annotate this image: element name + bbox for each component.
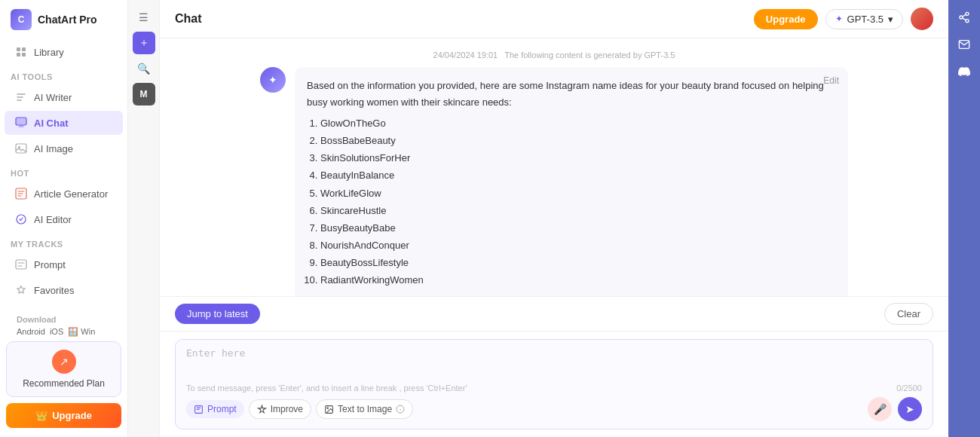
win-link: 🪟 Win [68,327,95,337]
header-upgrade-button[interactable]: Upgrade [754,9,818,29]
user-avatar[interactable] [911,8,933,30]
search-icon-btn[interactable]: 🔍 [133,57,155,80]
jump-to-latest-button[interactable]: Jump to latest [175,304,260,324]
list-item: BusyBeautyBabe [320,220,836,237]
edit-button[interactable]: Edit [823,73,839,88]
crown-icon: 👑 [35,410,47,421]
image-icon [324,405,334,414]
icon-panel: ☰ ＋ 🔍 M [128,0,160,437]
my-tracks-section: My Tracks [0,232,127,252]
input-area: To send message, press 'Enter', and to i… [160,331,948,437]
page-title: Chat [175,12,202,26]
message-input[interactable] [186,347,922,374]
sidebar-bottom: Download Android iOS 🪟 Win ↗ Recommended… [0,304,127,428]
ai-writer-label: AI Writer [34,92,72,103]
favorites-label: Favorites [34,285,74,296]
gpt-selector[interactable]: ✦ GPT-3.5 ▾ [825,9,903,29]
message-intro: Based on the information you provided, h… [307,78,836,111]
message-group: 24/04/2024 19:01 The following content i… [175,50,933,296]
m-icon-btn[interactable]: M [133,83,155,105]
app-name: ChatArt Pro [38,14,97,26]
chat-area[interactable]: 24/04/2024 19:01 The following content i… [160,38,948,296]
hot-section: Hot [0,161,127,181]
mail-panel-button[interactable] [953,33,975,56]
sidebar-item-ai-chat[interactable]: AI Chat [5,111,123,135]
ai-editor-label: AI Editor [34,214,72,225]
share-panel-icon [958,11,970,23]
library-label: Library [34,47,64,58]
sidebar-item-ai-writer[interactable]: AI Writer [5,85,123,109]
discord-panel-button[interactable] [953,60,975,83]
menu-icon-btn[interactable]: ☰ [133,6,155,29]
share-panel-button[interactable] [953,6,975,29]
improve-tool-button[interactable]: Improve [249,399,311,419]
gpt-label: GPT-3.5 [847,14,884,25]
svg-line-23 [963,14,966,17]
clear-button[interactable]: Clear [884,303,933,325]
ios-link[interactable]: iOS [50,327,63,337]
list-item: WorkLifeGlow [320,185,836,202]
list-item: NourishAndConquer [320,237,836,254]
android-link[interactable]: Android [17,327,45,337]
send-button[interactable]: ➤ [898,397,922,421]
add-icon-btn[interactable]: ＋ [133,32,155,54]
logo-icon: C [11,9,32,30]
svg-point-7 [18,146,20,148]
svg-rect-0 [17,47,20,51]
gpt-star-icon: ✦ [835,14,843,24]
list-item: BeautyInBalance [320,167,836,184]
upgrade-button[interactable]: 👑 Upgrade [6,403,121,428]
recommended-plan-text: Recommended Plan [14,378,113,389]
sidebar-item-ai-editor[interactable]: AI Editor [5,207,123,231]
ai-editor-icon [15,213,27,225]
message-meta: 24/04/2024 19:01 The following content i… [433,50,675,60]
input-footer: To send message, press 'Enter', and to i… [186,384,922,393]
app-logo: C ChatArt Pro [0,9,127,39]
sidebar-item-ai-image[interactable]: AI Image [5,136,123,160]
right-panel [948,0,980,437]
svg-rect-2 [17,53,20,57]
ai-image-label: AI Image [34,143,73,154]
input-hint: To send message, press 'Enter', and to i… [186,384,467,393]
generated-by: The following content is generated by GP… [504,50,675,60]
recommended-plan-icon: ↗ [52,350,76,374]
header-right: Upgrade ✦ GPT-3.5 ▾ [754,8,933,30]
ai-avatar: ✦ [260,67,286,93]
microphone-button[interactable]: 🎤 [868,397,892,421]
prompt-label: Prompt [34,259,66,270]
send-area: 🎤 ➤ [868,397,922,421]
svg-line-22 [963,18,966,20]
recommended-plan: ↗ Recommended Plan [6,341,121,397]
svg-rect-1 [22,47,26,51]
svg-point-20 [960,16,963,19]
favorites-icon [15,284,27,296]
main-area: Chat Upgrade ✦ GPT-3.5 ▾ 24/04/2024 19:0… [160,0,948,437]
svg-rect-10 [16,260,26,269]
svg-rect-4 [16,118,26,125]
list-item: BeautyBossLifestyle [320,255,836,271]
info-icon [396,405,405,414]
download-label: Download [17,315,111,324]
list-item: GlowOnTheGo [320,115,836,132]
svg-point-19 [966,12,969,15]
article-generator-icon [15,188,27,200]
download-section: Download Android iOS 🪟 Win [6,310,121,341]
timestamp: 24/04/2024 19:01 [433,50,498,60]
improve-icon [257,405,267,414]
ai-chat-icon [15,117,27,129]
article-generator-label: Article Generator [34,188,108,200]
ai-tools-section: AI Tools [0,65,127,84]
sidebar-item-article-generator[interactable]: Article Generator [5,182,123,206]
download-links: Android iOS 🪟 Win [17,327,111,337]
library-icon [15,46,27,58]
sidebar-item-favorites[interactable]: Favorites [5,278,123,302]
chevron-down-icon: ▾ [888,14,893,25]
input-box: To send message, press 'Enter', and to i… [175,339,933,429]
sidebar-item-prompt[interactable]: Prompt [5,252,123,277]
prompt-tool-button[interactable]: Prompt [186,400,244,418]
svg-point-21 [966,20,969,23]
text-to-image-button[interactable]: Text to Image [316,399,413,419]
input-tools: Prompt Improve Text to Image 🎤 ➤ [186,397,922,421]
sidebar: C ChatArt Pro Library AI Tools AI Writer… [0,0,128,437]
sidebar-item-library[interactable]: Library [5,40,123,64]
